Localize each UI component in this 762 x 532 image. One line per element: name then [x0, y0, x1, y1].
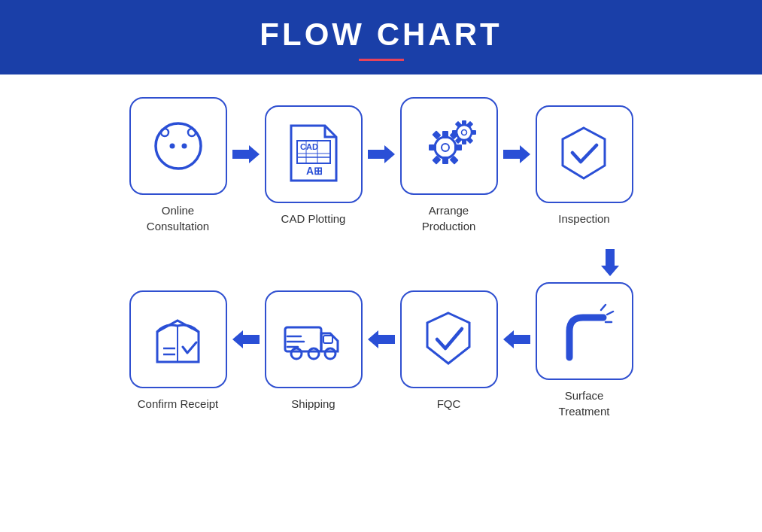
svg-text:A⊞: A⊞	[306, 165, 323, 177]
shipping-icon	[281, 311, 345, 367]
icon-box-shipping	[265, 290, 363, 388]
svg-marker-35	[601, 249, 619, 276]
svg-line-50	[601, 305, 606, 310]
svg-rect-31	[455, 121, 462, 128]
svg-rect-16	[442, 131, 448, 138]
svg-point-15	[442, 144, 449, 151]
svg-rect-41	[323, 336, 332, 343]
label-surface-treatment: SurfaceTreatment	[559, 388, 610, 419]
header-title: FLOW CHART	[0, 17, 762, 53]
arrow-1	[227, 145, 265, 186]
label-cad-plotting: CAD Plotting	[281, 211, 346, 226]
svg-marker-34	[503, 145, 530, 163]
svg-point-25	[462, 130, 467, 135]
svg-line-51	[607, 312, 613, 315]
icon-box-arrange-production	[400, 97, 498, 195]
header-underline	[359, 59, 404, 61]
svg-point-44	[325, 348, 335, 359]
svg-point-1	[161, 129, 168, 136]
down-arrow-wrapper	[45, 249, 717, 276]
label-arrange-production: ArrangeProduction	[422, 202, 476, 234]
row2: Confirm Receipt	[45, 282, 717, 419]
header: FLOW CHART	[0, 0, 762, 74]
svg-point-42	[291, 348, 302, 359]
arrange-production-icon	[417, 116, 481, 176]
arrow-6	[498, 330, 536, 371]
arrow-down-icon	[601, 249, 619, 276]
cad-plotting-icon: CAD A⊞	[284, 122, 344, 186]
arrow-right-icon-2	[368, 145, 395, 163]
svg-rect-30	[466, 121, 473, 128]
step-confirm-receipt: Confirm Receipt	[129, 290, 227, 412]
surface-treatment-icon	[554, 301, 615, 361]
label-inspection: Inspection	[558, 211, 609, 226]
arrow-4	[227, 330, 265, 371]
icon-box-online-consultation	[129, 97, 227, 195]
arrow-right-icon-3	[503, 145, 530, 163]
svg-rect-32	[466, 137, 473, 144]
svg-rect-17	[442, 157, 448, 164]
arrow-2	[363, 145, 400, 186]
svg-marker-39	[232, 330, 260, 348]
svg-marker-48	[368, 330, 395, 348]
svg-point-43	[308, 348, 319, 359]
svg-point-4	[181, 144, 187, 149]
svg-marker-49	[503, 330, 530, 348]
arrow-left-icon-1	[232, 330, 260, 348]
svg-marker-13	[368, 145, 395, 163]
svg-marker-5	[232, 145, 260, 163]
label-confirm-receipt: Confirm Receipt	[138, 396, 219, 412]
label-online-consultation: OnlineConsultation	[147, 202, 209, 234]
step-shipping: Shipping	[265, 290, 363, 412]
step-inspection: Inspection	[536, 105, 633, 226]
icon-box-fqc	[400, 290, 498, 388]
label-fqc: FQC	[437, 396, 461, 412]
icon-box-confirm-receipt	[129, 290, 227, 388]
icon-box-cad-plotting: CAD A⊞	[265, 105, 363, 203]
icon-box-inspection	[536, 105, 633, 203]
step-surface-treatment: SurfaceTreatment	[536, 282, 633, 419]
arrow-right-icon-1	[232, 145, 260, 163]
icon-box-surface-treatment	[536, 282, 633, 380]
confirm-receipt-icon	[150, 309, 206, 369]
svg-rect-19	[454, 144, 462, 150]
step-online-consultation: OnlineConsultation	[129, 97, 227, 234]
content: OnlineConsultation CAD	[0, 74, 762, 449]
arrow-5	[363, 330, 400, 371]
svg-rect-18	[429, 144, 436, 150]
svg-text:CAD: CAD	[300, 142, 318, 151]
step-arrange-production: ArrangeProduction	[400, 97, 498, 234]
svg-point-3	[169, 144, 175, 149]
step-fqc: FQC	[400, 290, 498, 412]
inspection-icon	[556, 124, 612, 184]
label-shipping: Shipping	[291, 396, 335, 412]
svg-point-14	[435, 137, 456, 158]
arrow-3	[498, 145, 536, 186]
arrow-left-icon-3	[503, 330, 530, 348]
svg-rect-28	[452, 130, 457, 135]
row1: OnlineConsultation CAD	[45, 97, 717, 234]
step-cad-plotting: CAD A⊞ CAD Plotting	[265, 105, 363, 226]
fqc-icon	[420, 309, 477, 369]
svg-rect-29	[471, 130, 476, 135]
online-consultation-icon	[148, 116, 208, 176]
svg-rect-26	[462, 120, 466, 126]
svg-point-2	[188, 129, 196, 136]
arrow-left-icon-2	[368, 330, 395, 348]
svg-rect-27	[462, 139, 466, 144]
